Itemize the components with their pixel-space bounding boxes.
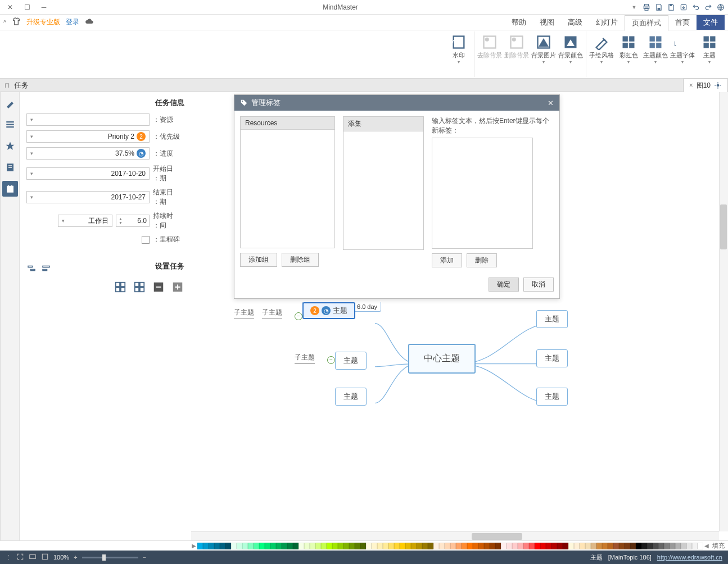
resource-input[interactable]: ▾: [26, 113, 150, 126]
color-swatch[interactable]: [197, 543, 203, 549]
zoom-in-btn[interactable]: +: [74, 554, 77, 561]
color-swatch[interactable]: [338, 543, 343, 549]
priority-input[interactable]: 2Priority 2▾: [26, 130, 150, 143]
subtopic-node[interactable]: 子主题: [234, 308, 254, 319]
color-swatch[interactable]: [422, 543, 428, 549]
menu-tab-pagestyle[interactable]: 页面样式: [625, 15, 668, 31]
color-swatch[interactable]: [327, 543, 332, 549]
h-scrollbar[interactable]: [191, 531, 719, 540]
fit-width-icon[interactable]: [29, 553, 37, 562]
color-swatch[interactable]: [692, 543, 698, 549]
zoom-out-btn[interactable]: −: [143, 554, 146, 561]
globe-icon[interactable]: [716, 2, 726, 12]
color-swatch[interactable]: [596, 543, 602, 549]
print-icon[interactable]: [641, 2, 652, 12]
color-swatch[interactable]: [602, 543, 608, 549]
menu-tab-help[interactable]: 帮助: [505, 15, 533, 30]
sidetab-icon[interactable]: [2, 138, 18, 154]
duration-spinner[interactable]: 6.0▲▼: [116, 215, 150, 227]
color-swatch[interactable]: [484, 543, 490, 549]
topic-node[interactable]: 主题: [536, 388, 568, 406]
ribbon-btn-remove-bg[interactable]: 删除背景: [505, 33, 528, 58]
topic-node[interactable]: 主题: [536, 349, 568, 367]
color-swatch[interactable]: [686, 543, 692, 549]
color-swatch[interactable]: [625, 543, 630, 549]
color-swatch[interactable]: [523, 543, 529, 549]
tag-delete-btn[interactable]: 删除: [467, 253, 497, 267]
color-swatch[interactable]: [591, 543, 596, 549]
color-swatch[interactable]: [433, 543, 439, 549]
color-swatch[interactable]: [405, 543, 411, 549]
ribbon-btn-del-bg[interactable]: 去除背景: [478, 33, 501, 58]
color-swatch[interactable]: [670, 543, 675, 549]
color-swatch[interactable]: [383, 543, 388, 549]
color-swatch[interactable]: [681, 543, 686, 549]
more-icon[interactable]: ⋮: [6, 554, 12, 561]
progress-input[interactable]: ◔37.5%▾: [26, 147, 150, 160]
ribbon-btn-theme[interactable]: 主题▾: [698, 33, 721, 65]
color-swatch[interactable]: [349, 543, 355, 549]
color-swatch[interactable]: [225, 543, 231, 549]
menu-tab-view[interactable]: 视图: [533, 15, 561, 30]
color-swatch[interactable]: [563, 543, 568, 549]
add-group-btn[interactable]: 添加组: [240, 253, 277, 267]
window-close[interactable]: ✕: [2, 0, 18, 15]
window-minimize[interactable]: ─: [36, 0, 52, 15]
color-swatch[interactable]: [332, 543, 338, 549]
color-swatch[interactable]: [630, 543, 636, 549]
color-strip-left[interactable]: ◀: [703, 543, 710, 549]
color-swatch[interactable]: [647, 543, 653, 549]
color-swatch[interactable]: [411, 543, 417, 549]
color-swatch[interactable]: [439, 543, 445, 549]
color-swatch[interactable]: [220, 543, 225, 549]
resources-list[interactable]: Resources: [240, 116, 335, 248]
ribbon-btn-bg-color[interactable]: 背景颜色▾: [559, 33, 582, 65]
color-swatch[interactable]: [529, 543, 535, 549]
color-swatch[interactable]: [557, 543, 563, 549]
color-swatch[interactable]: [473, 543, 478, 549]
ribbon-btn-theme-font[interactable]: Aa主题字体▾: [671, 33, 694, 65]
task-tool-icon[interactable]: [41, 263, 51, 275]
color-swatch[interactable]: [540, 543, 546, 549]
color-swatch[interactable]: [293, 543, 299, 549]
color-swatch[interactable]: [237, 543, 242, 549]
set-remove-icon[interactable]: [152, 280, 165, 294]
set-grid2-icon[interactable]: [114, 280, 127, 294]
color-swatch[interactable]: [270, 543, 276, 549]
set-grid-icon[interactable]: [133, 280, 146, 294]
ribbon-btn-handdrawn[interactable]: 手绘风格▾: [590, 33, 613, 65]
v-scrollbar[interactable]: [719, 92, 728, 531]
topic-node[interactable]: 主题: [335, 388, 367, 406]
pin-icon[interactable]: ⊓: [4, 81, 10, 89]
color-swatch[interactable]: [428, 543, 433, 549]
color-swatch[interactable]: [551, 543, 557, 549]
collapse-toggle[interactable]: −: [327, 356, 335, 364]
color-swatch[interactable]: [546, 543, 551, 549]
color-swatch[interactable]: [315, 543, 321, 549]
dialog-close-icon[interactable]: ✕: [548, 99, 554, 107]
color-swatch[interactable]: [495, 543, 501, 549]
doc-tab[interactable]: 图10 ×: [683, 79, 728, 92]
color-strip-right[interactable]: ▶: [191, 543, 197, 549]
fullscreen-icon[interactable]: [16, 553, 24, 562]
topic-node[interactable]: 主题: [536, 310, 568, 328]
center-topic-node[interactable]: 中心主题: [408, 344, 476, 374]
subtopic-node[interactable]: 子主题: [295, 353, 315, 364]
color-swatch[interactable]: [355, 543, 360, 549]
menu-tab-slides[interactable]: 幻灯片: [589, 15, 625, 30]
color-swatch[interactable]: [462, 543, 467, 549]
color-swatch[interactable]: [366, 543, 372, 549]
color-swatch[interactable]: [478, 543, 484, 549]
ribbon-btn-rainbow[interactable]: 彩虹色▾: [617, 33, 640, 65]
color-swatch[interactable]: [467, 543, 473, 549]
color-swatch[interactable]: [287, 543, 293, 549]
set-add-icon[interactable]: [171, 280, 184, 294]
tag-input-textarea[interactable]: [432, 138, 533, 249]
color-swatch[interactable]: [209, 543, 214, 549]
milestone-checkbox[interactable]: [142, 236, 150, 244]
menu-tab-home[interactable]: 首页: [668, 15, 697, 30]
color-swatch[interactable]: [265, 543, 270, 549]
shirt-icon[interactable]: [12, 17, 21, 28]
color-swatch[interactable]: [360, 543, 366, 549]
color-swatch[interactable]: [641, 543, 647, 549]
